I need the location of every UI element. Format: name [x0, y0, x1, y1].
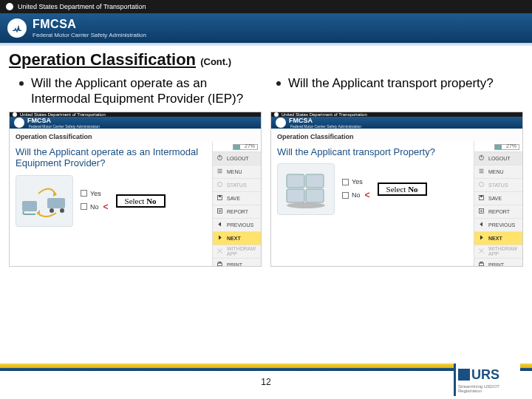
sidebar-item-withdraw: WITHDRAW APP — [213, 245, 261, 259]
fig-right: United States Department of Transportati… — [270, 112, 523, 267]
sidebar-item-report[interactable]: REPORT — [213, 205, 261, 219]
sidebar-item-menu[interactable]: MENU — [213, 166, 261, 179]
fig-sidebar: 27% LOGOUTMENUSTATUSSAVEREPORTPREVIOUSNE… — [212, 142, 261, 267]
sidebar-item-label: WITHDRAW APP — [227, 246, 257, 256]
dot-logo-icon — [6, 3, 13, 10]
svg-rect-37 — [480, 196, 482, 197]
svg-marker-42 — [480, 236, 483, 240]
power-icon — [216, 154, 223, 162]
checkbox-icon[interactable] — [81, 190, 87, 197]
sidebar-item-next[interactable]: NEXT — [213, 232, 261, 245]
sidebar-item-label: REPORT — [227, 209, 248, 214]
sidebar-item-label: LOGOUT — [227, 156, 249, 161]
option-no-label: No — [90, 203, 99, 211]
checkbox-icon[interactable] — [342, 192, 349, 199]
fig-brand: FMCSA — [27, 117, 100, 124]
sidebar-item-label: NEXT — [227, 236, 241, 241]
sidebar-item-label: LOGOUT — [488, 156, 511, 161]
select-prefix: Select — [125, 197, 147, 205]
option-yes[interactable]: Yes — [81, 190, 109, 197]
svg-rect-13 — [219, 196, 221, 197]
dot-top-bar-text: United States Department of Transportati… — [18, 3, 146, 10]
status-icon — [478, 181, 485, 188]
svg-point-11 — [218, 183, 222, 187]
svg-point-2 — [50, 208, 54, 213]
print-icon — [216, 261, 223, 267]
svg-rect-45 — [480, 263, 484, 266]
urs-text: URS — [471, 367, 499, 383]
sidebar-item-label: WITHDRAW APP — [488, 246, 519, 256]
urs-caption: Streamlining USDOT Registration — [458, 384, 520, 393]
sidebar-item-label: MENU — [227, 169, 242, 174]
sidebar-item-logout[interactable]: LOGOUT — [474, 152, 522, 166]
fig-section-title: Operation Classification — [10, 129, 261, 142]
sidebar-item-print[interactable]: PRINT — [474, 259, 522, 267]
slide-title: Operation Classification (Cont.) — [9, 50, 523, 69]
sidebar-item-withdraw: WITHDRAW APP — [474, 245, 522, 259]
next-icon — [478, 234, 485, 242]
sidebar-item-next[interactable]: NEXT — [474, 232, 522, 245]
sidebar-item-save[interactable]: SAVE — [474, 192, 522, 205]
fig-left-question: Will the Applicant operate as an Intermo… — [16, 146, 206, 169]
svg-marker-41 — [480, 222, 482, 227]
sidebar-item-label: REPORT — [488, 209, 510, 214]
select-no-callout: Select No — [378, 183, 427, 196]
page-number: 12 — [261, 377, 270, 387]
svg-rect-22 — [219, 262, 221, 264]
fig-header: FMCSA Federal Motor Carrier Safety Admin… — [271, 117, 522, 129]
bullet-row: Will the Applicant operate as an Intermo… — [9, 75, 523, 107]
fig-brand: FMCSA — [289, 117, 361, 124]
svg-rect-21 — [218, 263, 222, 266]
yes-no-group: Yes No < — [342, 178, 370, 200]
withdraw-icon — [216, 248, 223, 255]
svg-marker-17 — [218, 222, 221, 227]
fmcsa-logo-icon — [14, 117, 24, 128]
select-prefix: Select — [386, 185, 409, 194]
sidebar-item-label: SAVE — [488, 196, 502, 201]
save-icon — [478, 194, 485, 202]
option-no[interactable]: No < — [342, 190, 370, 200]
slide-title-cont: (Cont.) — [200, 56, 231, 67]
option-yes[interactable]: Yes — [342, 178, 370, 185]
svg-point-35 — [480, 183, 484, 187]
print-icon — [478, 261, 485, 267]
dot-top-bar: United States Department of Transportati… — [0, 0, 532, 13]
sidebar-item-label: PRINT — [227, 262, 242, 267]
power-icon — [478, 154, 485, 162]
option-no[interactable]: No < — [81, 202, 109, 212]
sidebar-item-previous[interactable]: PREVIOUS — [474, 219, 522, 232]
sidebar-item-label: MENU — [488, 169, 504, 174]
fig-header: FMCSA Federal Motor Carrier Safety Admin… — [10, 117, 261, 129]
sidebar-item-status: STATUS — [213, 179, 261, 192]
fmcsa-title: FMCSA — [33, 18, 146, 31]
sidebar-item-report[interactable]: REPORT — [474, 205, 522, 219]
svg-point-29 — [287, 202, 325, 208]
option-yes-label: Yes — [352, 178, 363, 185]
bullet-left: Will the Applicant operate as an Intermo… — [9, 75, 266, 107]
fmcsa-logo-icon — [7, 18, 27, 38]
checkbox-icon[interactable] — [342, 179, 349, 185]
sidebar-item-save[interactable]: SAVE — [213, 192, 261, 205]
checkbox-icon[interactable] — [81, 203, 87, 210]
svg-marker-18 — [219, 236, 222, 240]
property-boxes-icon — [277, 163, 335, 215]
sidebar-item-menu[interactable]: MENU — [474, 166, 522, 179]
fmcsa-subtitle: Federal Motor Carrier Safety Administrat… — [33, 32, 146, 38]
bullet-left-text: Will the Applicant operate as an Intermo… — [31, 75, 262, 107]
sidebar-item-status: STATUS — [474, 179, 522, 192]
slide-footer: 12 URS Streamlining USDOT Registration — [0, 364, 532, 399]
urs-square-icon — [458, 369, 470, 381]
sidebar-item-print[interactable]: PRINT — [213, 259, 261, 267]
sidebar-item-logout[interactable]: LOGOUT — [213, 152, 261, 166]
svg-rect-38 — [480, 209, 484, 214]
sidebar-item-previous[interactable]: PREVIOUS — [213, 219, 261, 232]
sidebar-item-label: SAVE — [227, 196, 240, 201]
progress-bar: 27% — [474, 142, 522, 152]
fig-brand-sub: Federal Motor Carrier Safety Administrat… — [290, 124, 361, 129]
fig-right-question: Will the Applicant transport Property? — [277, 146, 468, 158]
svg-rect-27 — [287, 189, 304, 202]
sidebar-item-label: PREVIOUS — [488, 222, 515, 228]
svg-point-3 — [60, 208, 64, 213]
figures-row: United States Department of Transportati… — [9, 112, 523, 267]
slide-title-main: Operation Classification — [9, 50, 196, 69]
